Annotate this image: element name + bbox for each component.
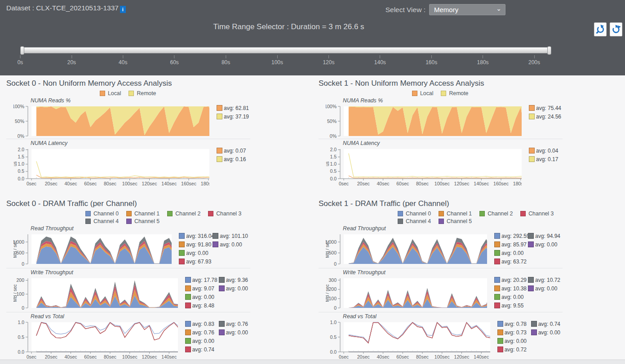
slider-tick-mark — [20, 55, 21, 58]
legend-swatch — [398, 219, 403, 224]
avg-legend-column: avg: 94.94avg: 0.00 — [528, 233, 560, 267]
panel-title: Socket 0 - Non Uniform Memory Access Ana… — [6, 79, 312, 88]
info-icon[interactable]: i — [120, 6, 126, 13]
chart-row-numa-latency: NUMA Latency0.00.51.01.52.0us0sec20sec40… — [6, 140, 250, 189]
avg-legend-column: avg: 0.76avg: 0.00 — [219, 321, 248, 355]
legend-item-channel-4: Channel 4 — [85, 218, 119, 224]
avg-swatch — [219, 321, 225, 327]
svg-text:0: 0 — [22, 261, 24, 266]
avg-swatch — [219, 285, 225, 291]
avg-value: avg: 0.00 — [192, 294, 214, 300]
svg-text:0sec: 0sec — [339, 354, 349, 360]
avg-value: avg: 9.36 — [226, 277, 248, 283]
avg-legend-item: avg: 0.74 — [531, 321, 560, 327]
svg-text:40sec: 40sec — [377, 354, 389, 360]
avg-legend-item: avg: 0.17 — [529, 156, 560, 162]
svg-text:80sec: 80sec — [104, 354, 116, 360]
chart-canvas: 0.00.51.00sec20sec40sec60sec80sec100sec1… — [13, 320, 178, 361]
view-select[interactable]: Memory — [429, 4, 505, 15]
slider-tick-mark — [534, 55, 535, 58]
avg-legend-item: avg: 75.44 — [529, 105, 560, 111]
avg-legend-item: avg: 0.00 — [185, 338, 217, 344]
chart-area: 0.00.51.00sec20sec40sec60sec80sec100sec1… — [13, 320, 250, 361]
slider-tick-label: 60s — [170, 59, 179, 66]
avg-legend: avg: 0.78avg: 0.73avg: 0.00avg: 0.72avg:… — [497, 321, 563, 355]
avg-legend-item: avg: 0.76 — [219, 321, 248, 327]
chart-row-numa-latency: NUMA Latency0.00.51.01.52.0us0sec20sec40… — [319, 140, 563, 189]
avg-value: avg: 85.97 — [501, 241, 527, 248]
avg-legend-item: avg: 0.00 — [185, 294, 217, 300]
avg-legend-item: avg: 0.78 — [497, 321, 529, 327]
svg-text:120sec: 120sec — [454, 354, 470, 360]
avg-swatch — [494, 285, 500, 291]
slider-tick-mark — [226, 55, 226, 58]
slider-tick-100s: 100s — [271, 55, 283, 66]
avg-value: avg: 0.00 — [226, 285, 248, 292]
svg-text:2.0: 2.0 — [330, 147, 337, 152]
time-range-slider-track[interactable] — [20, 47, 551, 53]
series-legend: Channel 0Channel 1Channel 2Channel 3Chan… — [398, 211, 625, 224]
slider-tick-label: 200s — [528, 59, 540, 66]
time-range-slider-area: 0s20s40s60s80s100s120s140s160s180s200s — [0, 47, 625, 74]
chart-title: Write Throughput — [343, 270, 563, 276]
svg-text:40sec: 40sec — [377, 181, 389, 186]
legend-swatch — [129, 91, 134, 96]
avg-value: avg: 0.76 — [226, 321, 248, 327]
chart-row-read-vs-total: Read vs Total0.00.51.00sec20sec40sec60se… — [319, 314, 563, 362]
svg-text:0: 0 — [334, 305, 337, 310]
avg-legend-column: avg: 10.72avg: 0.00 — [528, 277, 560, 311]
avg-swatch — [213, 241, 218, 247]
avg-swatch — [219, 277, 225, 283]
legend-label: Local — [108, 90, 121, 96]
chart-row-write-throughput: Write Throughput0100200300MB / secavg: 2… — [319, 270, 563, 312]
chart-canvas: 0%50%100% — [13, 104, 209, 138]
legend-item-channel-3: Channel 3 — [520, 211, 554, 217]
chart-title: NUMA Latency — [343, 140, 563, 146]
avg-legend-item: avg: 0.00 — [494, 294, 526, 300]
svg-text:180sec: 180sec — [201, 181, 209, 186]
svg-text:180sec: 180sec — [513, 181, 522, 186]
svg-text:0%: 0% — [18, 133, 24, 138]
panel-title: Socket 0 - DRAM Traffic (per Channel) — [6, 199, 312, 208]
slider-tick-label: 160s — [426, 59, 437, 66]
avg-legend-column: avg: 0.83avg: 0.76avg: 0.00avg: 0.74 — [185, 321, 217, 355]
zoom-reset-button[interactable] — [610, 22, 622, 36]
svg-text:100: 100 — [328, 296, 337, 301]
slider-tick-140s: 140s — [374, 55, 386, 66]
svg-text:MB / sec: MB / sec — [13, 285, 18, 302]
legend-swatch — [85, 211, 91, 216]
legend-item-channel-0: Channel 0 — [85, 211, 119, 217]
zoom-back-button[interactable] — [594, 22, 607, 36]
zoom-reset-icon — [611, 24, 621, 35]
slider-handle-left[interactable] — [20, 46, 24, 55]
avg-swatch — [219, 329, 225, 335]
svg-text:140sec: 140sec — [161, 181, 177, 186]
slider-tick-160s: 160s — [426, 55, 437, 66]
svg-text:us: us — [326, 162, 330, 167]
legend-item-channel-2: Channel 2 — [479, 211, 513, 217]
legend-item-local: Local — [100, 90, 121, 96]
slider-tick-20s: 20s — [67, 55, 76, 66]
avg-legend-column: avg: 316.04avg: 91.80avg: 0.00avg: 67.93 — [179, 233, 210, 267]
avg-legend-column: avg: 0.78avg: 0.73avg: 0.00avg: 0.72 — [497, 321, 529, 355]
svg-text:20sec: 20sec — [357, 181, 370, 186]
slider-tick-mark — [328, 55, 329, 58]
avg-legend-column: avg: 62.81avg: 37.19 — [217, 105, 248, 122]
svg-text:120sec: 120sec — [142, 181, 157, 186]
slider-handle-right[interactable] — [547, 46, 551, 55]
legend-swatch — [398, 211, 403, 216]
avg-legend-item: avg: 67.93 — [179, 259, 210, 264]
chart-row-numa-reads-: NUMA Reads %0%50%100%avg: 62.81avg: 37.1… — [6, 98, 250, 139]
legend-label: Channel 3 — [216, 211, 241, 217]
avg-swatch — [185, 303, 191, 308]
svg-text:50%: 50% — [15, 118, 24, 124]
panel-socket0-dram: Socket 0 - DRAM Traffic (per Channel)Cha… — [0, 196, 312, 364]
slider-tick-60s: 60s — [170, 55, 179, 66]
svg-text:60sec: 60sec — [396, 181, 409, 186]
footer-strip — [0, 360, 625, 364]
slider-tick-mark — [380, 55, 380, 58]
chart-title: NUMA Reads % — [343, 98, 563, 104]
chart-area: 0.00.51.01.52.0us0sec20sec40sec60sec80se… — [326, 147, 563, 188]
avg-legend-item: avg: 91.80 — [179, 241, 210, 247]
avg-value: avg: 62.81 — [224, 105, 249, 111]
